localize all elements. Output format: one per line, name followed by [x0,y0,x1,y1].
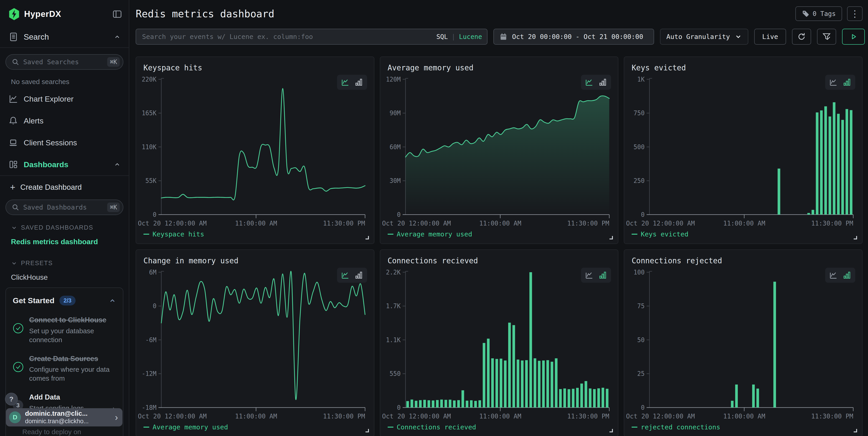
get-started-item-desc: Configure where your data comes from [29,365,116,383]
resize-handle[interactable] [366,236,369,239]
chart-type-toggle[interactable] [825,75,855,90]
saved-searches-input[interactable] [23,58,107,66]
bar-chart-toggle-icon[interactable] [354,270,364,280]
resize-handle[interactable] [366,429,369,432]
line-chart-toggle-icon[interactable] [829,270,838,280]
chart-plot: 02505007501KOct 20 12:00:00 AM11:00:00 A… [624,75,862,235]
brand-name: HyperDX [24,9,112,19]
sql-toggle[interactable]: SQL [436,33,448,40]
sidebar-item-chart-explorer[interactable]: Chart Explorer [0,88,129,110]
chart-plot: 055K110K165K220KOct 20 12:00:00 AM11:00:… [136,75,374,235]
sidebar-item-alerts[interactable]: Alerts [0,110,129,132]
svg-text:100: 100 [633,268,645,276]
line-chart-toggle-icon[interactable] [584,78,594,87]
legend-label: Average memory used [397,230,472,238]
granularity-select[interactable]: Auto Granularity [660,29,748,45]
svg-text:220K: 220K [142,76,157,83]
bar-chart-toggle-icon[interactable] [842,78,852,87]
no-saved-searches-text: No saved searches [0,70,129,88]
tags-button-label: 0 Tags [813,10,836,18]
chart-type-toggle[interactable] [581,75,611,90]
resize-handle[interactable] [610,429,613,432]
create-dashboard-button[interactable]: + Create Dashboard [0,176,129,193]
legend-swatch [631,427,638,428]
event-search-input[interactable] [136,29,488,45]
search-section-label: Search [24,32,114,41]
run-query-button[interactable] [842,29,865,45]
search-section-icon [8,32,18,42]
sidebar-item-label: Dashboards [24,160,114,169]
chart-type-toggle[interactable] [581,268,611,283]
preset-item-clickhouse[interactable]: ClickHouse [0,268,129,286]
app-root: HyperDX Search ⌘K No saved searches [0,0,868,436]
svg-text:0: 0 [397,211,401,219]
saved-dashboards-header[interactable]: SAVED DASHBOARDS [0,215,129,233]
chart-type-toggle[interactable] [825,268,855,283]
presets-header[interactable]: PRESETS [0,251,129,268]
legend-label: Average memory used [153,423,228,431]
sidebar: HyperDX Search ⌘K No saved searches [0,0,129,436]
line-chart-toggle-icon[interactable] [584,270,594,280]
svg-text:11:30:00 PM: 11:30:00 PM [811,412,854,420]
svg-text:11:00:00 AM: 11:00:00 AM [723,412,765,420]
svg-text:-12M: -12M [142,370,157,377]
sidebar-section-search[interactable]: Search [0,26,129,48]
svg-text:Oct 20 12:00:00 AM: Oct 20 12:00:00 AM [138,412,207,420]
svg-text:250: 250 [633,177,645,184]
bar-chart-toggle-icon[interactable] [598,270,608,280]
help-button[interactable]: ? [5,393,18,405]
chart-panel: Keyspace hits 055K110K165K220KOct 20 12:… [136,57,374,244]
saved-searches-search[interactable]: ⌘K [5,54,123,70]
check-circle-icon [13,361,24,373]
svg-text:0: 0 [153,211,157,219]
sidebar-item-label: Chart Explorer [24,94,121,104]
line-chart-toggle-icon[interactable] [340,78,350,87]
event-search: SQL | Lucene [136,29,488,45]
sidebar-item-client-sessions[interactable]: Client Sessions [0,132,129,153]
saved-dashboard-item[interactable]: Redis metrics dashboard [0,233,129,251]
legend-label: rejected connections [641,423,720,431]
svg-text:55K: 55K [146,177,157,184]
user-menu[interactable]: D dominic.tran@clic... dominic.tran@clic… [6,408,122,427]
tags-button[interactable]: 0 Tags [796,6,842,21]
line-chart-toggle-icon[interactable] [340,270,350,280]
chart-plot: 05501.1K1.7K2.2KOct 20 12:00:00 AM11:00:… [380,268,618,428]
saved-dashboards-input[interactable] [23,203,107,211]
bar-chart-toggle-icon[interactable] [354,78,364,87]
get-started-item-sources[interactable]: Create Data Sources Configure where your… [13,354,116,383]
filter-button[interactable] [817,29,836,45]
svg-text:1K: 1K [638,76,645,83]
bar-chart-toggle-icon[interactable] [842,270,852,280]
svg-text:0: 0 [641,404,645,411]
chart-title: Average memory used [388,63,474,72]
sidebar-collapse-button[interactable] [112,9,122,19]
lucene-toggle[interactable]: Lucene [459,33,482,40]
line-chart-toggle-icon[interactable] [829,78,838,87]
chart-type-toggle[interactable] [337,268,367,283]
hyperdx-logo-icon [8,8,20,21]
more-options-button[interactable]: ⋮ [847,6,863,21]
chart-title: Change in memory used [144,256,238,265]
date-range-picker[interactable]: Oct 20 00:00:00 - Oct 21 00:00:00 [493,29,654,45]
svg-text:90M: 90M [390,109,401,117]
resize-handle[interactable] [854,236,857,239]
avatar: D [9,411,21,423]
refresh-button[interactable] [792,29,811,45]
get-started-item-connect[interactable]: Connect to ClickHouse Set up your databa… [13,316,116,344]
svg-text:11:00:00 AM: 11:00:00 AM [235,220,277,227]
svg-text:6M: 6M [149,268,156,276]
saved-dashboards-search[interactable]: ⌘K [5,200,123,215]
live-button[interactable]: Live [754,29,786,45]
chart-explorer-icon [8,94,18,104]
svg-text:11:00:00 AM: 11:00:00 AM [479,412,521,420]
chart-type-toggle[interactable] [337,75,367,90]
chevron-down-icon [11,260,17,266]
chevron-up-icon[interactable] [109,297,116,304]
legend-swatch [144,234,149,235]
bar-chart-toggle-icon[interactable] [598,78,608,87]
resize-handle[interactable] [854,429,857,432]
chart-panel: Connections rejected 0255075100Oct 20 12… [624,250,863,436]
sidebar-item-dashboards[interactable]: Dashboards [0,153,129,175]
svg-text:750: 750 [633,109,645,117]
resize-handle[interactable] [610,236,613,239]
